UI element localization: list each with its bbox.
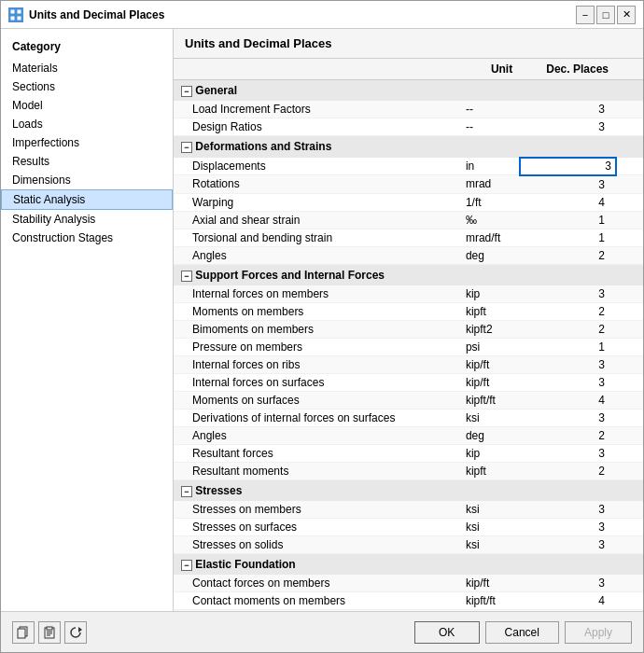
apply-button[interactable]: Apply xyxy=(565,621,632,644)
row-dec[interactable]: 3 xyxy=(520,101,616,118)
footer-left xyxy=(12,621,87,644)
row-dec[interactable]: 3 xyxy=(520,175,616,194)
paste-button[interactable] xyxy=(38,621,61,644)
row-unit: kip xyxy=(458,285,520,303)
row-name: Moments on surfaces xyxy=(174,391,458,409)
copy-icon xyxy=(17,626,30,639)
table-container[interactable]: Unit Dec. Places − GeneralLoad Increment… xyxy=(174,59,643,611)
minimize-button[interactable]: − xyxy=(576,6,595,24)
app-icon xyxy=(8,7,23,22)
row-unit: mrad xyxy=(458,175,520,194)
row-name: Internal forces on surfaces xyxy=(174,373,458,391)
row-extra xyxy=(616,118,643,136)
row-name: Load Increment Factors xyxy=(174,101,458,118)
main-panel: Units and Decimal Places Unit Dec. Place… xyxy=(174,29,643,611)
row-dec[interactable]: 1 xyxy=(520,338,616,355)
row-name: Contact moments on members xyxy=(174,591,458,609)
svg-rect-5 xyxy=(18,629,25,638)
cancel-button[interactable]: Cancel xyxy=(485,621,559,644)
row-extra xyxy=(616,355,643,373)
table-body: − GeneralLoad Increment Factors--3Design… xyxy=(174,80,643,612)
row-name: Stresses on solids xyxy=(174,535,458,553)
table-header: Unit Dec. Places xyxy=(174,59,643,80)
table-row: Internal forces on memberskip3 xyxy=(174,285,643,303)
row-dec[interactable]: 3 xyxy=(520,501,616,519)
row-dec[interactable]: 3 xyxy=(520,373,616,391)
row-name: Internal forces on members xyxy=(174,285,458,303)
table-row: Moments on memberskipft2 xyxy=(174,302,643,320)
row-extra xyxy=(616,211,643,229)
section-header-support-forces: − Support Forces and Internal Forces xyxy=(174,264,643,285)
row-unit: kip/ft xyxy=(458,575,520,592)
maximize-button[interactable]: □ xyxy=(596,6,615,24)
section-header-general: − General xyxy=(174,80,643,102)
row-dec[interactable]: 3 xyxy=(520,518,616,535)
row-dec[interactable]: 2 xyxy=(520,426,616,444)
row-unit: kip xyxy=(458,444,520,462)
sidebar-item-model[interactable]: Model xyxy=(1,96,173,115)
sidebar-item-dimensions[interactable]: Dimensions xyxy=(1,171,173,189)
row-unit: in xyxy=(458,158,520,175)
sidebar-item-sections[interactable]: Sections xyxy=(1,77,173,96)
row-unit: kip/ft xyxy=(458,373,520,391)
section-expand-elastic-foundation[interactable]: − xyxy=(181,560,192,571)
sidebar-item-stability-analysis[interactable]: Stability Analysis xyxy=(1,210,173,229)
table-row: Moments on surfaceskipft/ft4 xyxy=(174,391,643,409)
row-dec[interactable]: 3 xyxy=(520,409,616,426)
sidebar-item-results[interactable]: Results xyxy=(1,152,173,171)
paste-icon xyxy=(43,626,56,639)
row-extra xyxy=(616,518,643,535)
section-expand-general[interactable]: − xyxy=(181,86,192,97)
row-dec[interactable]: 3 xyxy=(520,285,616,303)
row-dec[interactable]: 4 xyxy=(520,591,616,609)
sidebar-item-loads[interactable]: Loads xyxy=(1,115,173,133)
row-dec[interactable]: 3 xyxy=(520,444,616,462)
row-unit: kipft xyxy=(458,302,520,320)
row-dec[interactable]: 4 xyxy=(520,391,616,409)
row-dec[interactable]: 2 xyxy=(520,246,616,264)
row-dec[interactable]: 2 xyxy=(520,462,616,479)
copy-button[interactable] xyxy=(12,621,35,644)
sidebar-item-materials[interactable]: Materials xyxy=(1,59,173,77)
table-row: Bimoments on memberskipft22 xyxy=(174,320,643,338)
section-expand-stresses[interactable]: − xyxy=(181,486,192,497)
row-unit: kipft/ft xyxy=(458,391,520,409)
row-unit: kip/ft xyxy=(458,355,520,373)
table-row: Torsional and bending strainmrad/ft1 xyxy=(174,229,643,246)
close-button[interactable]: ✕ xyxy=(617,6,636,24)
table-row: Stresses on membersksi3 xyxy=(174,501,643,519)
row-dec[interactable]: 3 xyxy=(520,355,616,373)
svg-marker-11 xyxy=(78,627,82,632)
col-unit-header: Unit xyxy=(458,59,520,80)
row-extra xyxy=(616,158,643,175)
table-row: Warping1/ft4 xyxy=(174,193,643,211)
row-unit: kipft xyxy=(458,462,520,479)
reset-button[interactable] xyxy=(64,621,87,644)
row-dec[interactable]: 3 xyxy=(520,118,616,136)
row-extra xyxy=(616,591,643,609)
section-expand-deformations-strains[interactable]: − xyxy=(181,142,192,153)
ok-button[interactable]: OK xyxy=(414,621,480,644)
row-unit: ksi xyxy=(458,501,520,519)
panel-header: Units and Decimal Places xyxy=(174,29,643,59)
reset-icon xyxy=(69,626,82,639)
row-dec[interactable]: 4 xyxy=(520,193,616,211)
row-unit: mrad/ft xyxy=(458,229,520,246)
section-header-deformations-strains: − Deformations and Strains xyxy=(174,136,643,159)
row-dec[interactable]: 2 xyxy=(520,302,616,320)
row-dec[interactable]: 2 xyxy=(520,320,616,338)
section-expand-support-forces[interactable]: − xyxy=(181,271,192,282)
row-extra xyxy=(616,302,643,320)
row-dec[interactable]: 3 xyxy=(520,575,616,592)
row-dec[interactable]: 1 xyxy=(520,229,616,246)
row-extra xyxy=(616,462,643,479)
row-dec[interactable]: 3 xyxy=(520,535,616,553)
sidebar-item-static-analysis[interactable]: Static Analysis xyxy=(1,189,173,210)
row-extra xyxy=(616,391,643,409)
sidebar-item-construction-stages[interactable]: Construction Stages xyxy=(1,229,173,247)
table-row: Resultant momentskipft2 xyxy=(174,462,643,479)
table-row: Design Ratios--3 xyxy=(174,118,643,136)
row-dec[interactable]: 1 xyxy=(520,211,616,229)
row-dec[interactable]: 3 xyxy=(520,158,616,175)
sidebar-item-imperfections[interactable]: Imperfections xyxy=(1,133,173,152)
